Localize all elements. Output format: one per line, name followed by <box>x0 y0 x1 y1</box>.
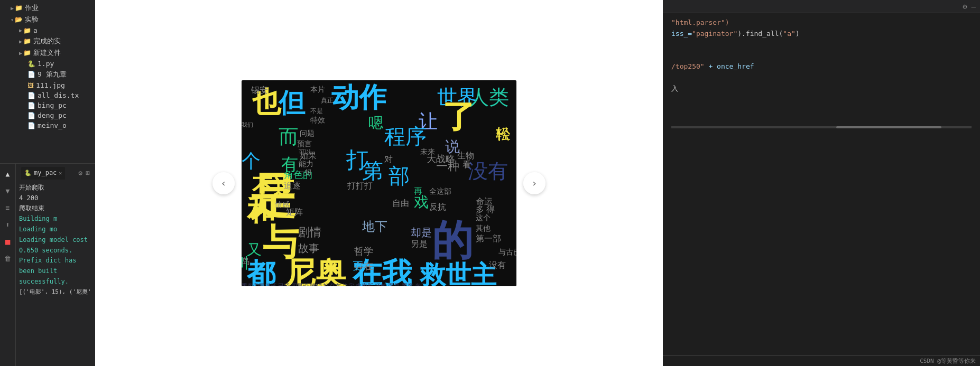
svg-text:部: 部 <box>389 164 410 187</box>
settings-icon[interactable]: ⚙ <box>78 167 82 179</box>
settings-gear-icon[interactable]: ⚙ <box>963 2 967 11</box>
code-line-7: 入 <box>671 83 972 95</box>
svg-text:另是: 另是 <box>411 239 428 248</box>
sidebar-item-bingpc[interactable]: 📄 bing_pc <box>0 100 95 110</box>
sidebar-item-label: bing_pc <box>38 101 67 109</box>
python-icon: 🐍 <box>24 168 32 178</box>
svg-text:剧情: 剧情 <box>298 226 321 239</box>
close-tab-icon[interactable]: ✕ <box>59 169 62 178</box>
sidebar-item-zuoye[interactable]: ▶ 📁 作业 <box>0 2 95 14</box>
svg-text:没有: 没有 <box>468 160 508 182</box>
svg-text:第一部: 第一部 <box>476 234 501 243</box>
filter-icon[interactable]: ≡ <box>2 202 14 213</box>
code-editor: "html.parser") iss_="paginator").find_al… <box>663 13 980 355</box>
svg-text:问题: 问题 <box>300 129 315 137</box>
terminal-tab-label: my_pac <box>34 168 57 179</box>
sidebar-item-9[interactable]: 📄 9 第九章 <box>0 69 95 80</box>
code-line-6 <box>671 72 972 83</box>
sidebar-item-label: all_dis.tx <box>38 91 79 99</box>
svg-text:打: 打 <box>346 147 368 172</box>
sidebar-item-wancheng[interactable]: ▶ 📁 完成的实 <box>0 35 95 47</box>
down-arrow-icon[interactable]: ▼ <box>2 185 14 196</box>
sidebar-item-label: 新建文件 <box>33 48 61 58</box>
terminal-section: ▲ ▼ ≡ ⬆ ■ 🗑 🐍 my_pac ✕ ⚙ ⊞ 开始 <box>0 164 95 366</box>
nav-prev-button[interactable]: ‹ <box>212 172 235 194</box>
svg-text:预言: 预言 <box>297 139 312 148</box>
up-arrow-icon[interactable]: ▲ <box>2 168 14 180</box>
nav-next-button[interactable]: › <box>523 172 546 194</box>
code-line-2: iss_="paginator").find_all("a") <box>671 29 972 40</box>
svg-text:情感: 情感 <box>274 200 290 209</box>
stop-icon[interactable]: ■ <box>2 236 14 247</box>
terminal-line-prefix: Prefix dict has been built successfully. <box>19 256 92 287</box>
image-file-icon: 🖼 <box>27 82 34 89</box>
svg-text:和: 和 <box>246 194 275 226</box>
sidebar-item-label: deng_pc <box>38 111 67 119</box>
svg-text:嗯: 嗯 <box>368 115 383 131</box>
code-scrollbar[interactable] <box>671 126 972 128</box>
code-line-1: "html.parser") <box>671 17 972 29</box>
folder-icon: 📁 <box>15 4 23 12</box>
terminal-line-result: [('电影', 15), ('尼奥', 13), ('拯救', 12), ('就… <box>19 287 92 297</box>
center-panel: 是 的 也 但 动作 世界 人类 让 了 程序 说 而 有 不过 和 <box>95 0 663 366</box>
terminal-line-loading: Loading mo <box>19 224 92 235</box>
expand-icon[interactable]: ⊞ <box>86 167 90 179</box>
upload-icon[interactable]: ⬆ <box>2 219 14 230</box>
svg-text:这个: 这个 <box>476 213 491 222</box>
svg-text:真正: 真正 <box>321 97 334 104</box>
svg-text:本片: 本片 <box>310 85 325 93</box>
collapse-icon[interactable]: — <box>972 2 976 11</box>
code-paren: ).find_all( <box>737 30 783 37</box>
svg-text:而: 而 <box>279 126 299 148</box>
top-right-toolbar: ⚙ — <box>663 0 980 13</box>
svg-text:没有: 没有 <box>489 260 506 269</box>
sidebar-item-label: 111.jpg <box>36 81 65 89</box>
sidebar-item-label: 9 第九章 <box>38 70 67 79</box>
code-line-3 <box>671 40 972 51</box>
terminal-main: 🐍 my_pac ✕ ⚙ ⊞ 开始爬取 4 200 爬取结束 Building … <box>16 164 95 366</box>
chevron-right-icon: ▶ <box>19 50 22 56</box>
doc-file-icon: 📄 <box>27 112 35 119</box>
sidebar-item-label: a <box>33 26 38 34</box>
sidebar-item-1py[interactable]: 🐍 1.py <box>0 59 95 69</box>
svg-text:更: 更 <box>353 260 363 271</box>
svg-text:黑客帝国循环 已经 因果论 唯独 打存在 决定 史密斯 拯救: 黑客帝国循环 已经 因果论 唯独 打存在 决定 史密斯 拯救 而是 黑客 来 <box>242 283 421 286</box>
sidebar-item-shiyan[interactable]: ▾ 📂 实验 <box>0 14 95 25</box>
svg-text:故事: 故事 <box>298 242 319 254</box>
svg-text:都: 都 <box>246 258 276 286</box>
sidebar-item-alldis[interactable]: 📄 all_dis.tx <box>0 90 95 100</box>
terminal-tab[interactable]: 🐍 my_pac ✕ <box>21 167 65 180</box>
svg-text:对: 对 <box>384 155 393 164</box>
doc-file-icon: 📄 <box>27 102 35 109</box>
sidebar-item-111jpg[interactable]: 🖼 111.jpg <box>0 80 95 90</box>
sidebar-item-a[interactable]: ▶ 📁 a <box>0 25 95 35</box>
csdn-label: CSDN @等黄昏等你来 <box>920 358 976 364</box>
sidebar-item-label: 1.py <box>38 60 54 68</box>
code-string: "html.parser") <box>671 18 729 26</box>
terminal-line: 开始爬取 <box>19 183 92 193</box>
sidebar-item-label: 实验 <box>25 15 39 24</box>
svg-text:哲学: 哲学 <box>354 246 373 257</box>
sidebar-item-xinjian[interactable]: ▶ 📁 新建文件 <box>0 47 95 59</box>
svg-text:救世主: 救世主 <box>419 260 497 286</box>
svg-text:程序: 程序 <box>384 125 427 148</box>
doc-file-icon: 📄 <box>27 122 35 129</box>
chevron-right-icon: ▶ <box>19 39 22 44</box>
word-cloud-svg: 是 的 也 但 动作 世界 人类 让 了 程序 说 而 有 不过 和 <box>242 80 516 286</box>
trash-icon[interactable]: 🗑 <box>2 252 14 264</box>
sidebar-item-dengpc[interactable]: 📄 deng_pc <box>0 110 95 120</box>
folder-icon: 📁 <box>23 49 31 57</box>
svg-text:多 得: 多 得 <box>476 205 495 214</box>
svg-text:矩阵: 矩阵 <box>286 208 303 217</box>
scrollbar-thumb[interactable] <box>836 126 941 128</box>
sidebar-item-label: meinv_o <box>38 121 67 129</box>
chevron-down-icon: ▾ <box>11 17 14 23</box>
svg-text:动作: 动作 <box>331 82 387 112</box>
svg-text:地下: 地下 <box>362 219 387 233</box>
code-string: "paginator" <box>692 30 737 37</box>
terminal-line-building: Building m <box>19 214 92 224</box>
python-file-icon: 🐍 <box>27 60 35 68</box>
svg-text:戏: 戏 <box>414 194 429 210</box>
sidebar-item-meinvo[interactable]: 📄 meinv_o <box>0 120 95 130</box>
right-panel: ⚙ — "html.parser") iss_="paginator").fin… <box>663 0 980 366</box>
